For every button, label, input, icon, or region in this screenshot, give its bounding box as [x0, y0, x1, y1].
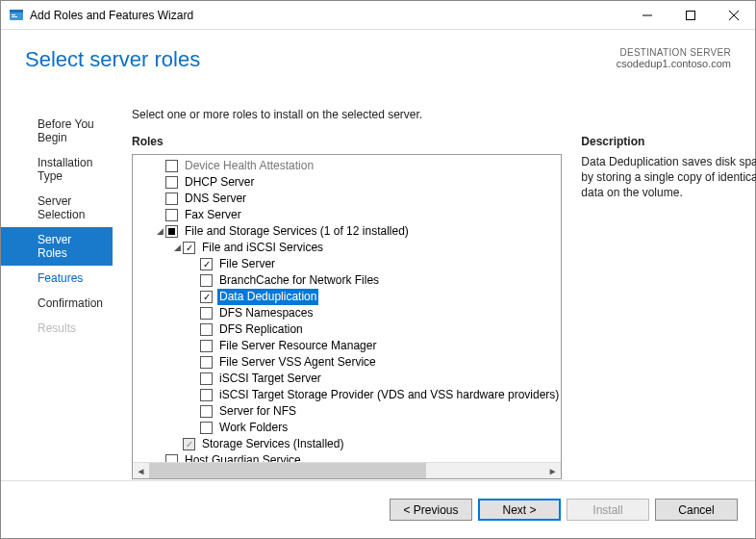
checkbox [183, 438, 195, 450]
maximize-button[interactable] [668, 1, 712, 30]
tree-item-label[interactable]: DNS Server [183, 191, 248, 207]
checkbox[interactable] [200, 372, 213, 385]
app-icon [9, 8, 24, 23]
header: Select server roles DESTINATION SERVER c… [1, 30, 755, 102]
checkbox[interactable] [183, 242, 195, 254]
instruction-text: Select one or more roles to install on t… [132, 108, 756, 121]
tree-item-label[interactable]: Fax Server [183, 207, 243, 223]
destination-value: csodedup1.contoso.com [617, 58, 731, 69]
wizard-step[interactable]: Confirmation [1, 291, 113, 316]
horizontal-scrollbar[interactable]: ◄ ► [133, 462, 561, 478]
scroll-left-icon[interactable]: ◄ [133, 463, 149, 479]
tree-row[interactable]: iSCSI Target Server [133, 371, 561, 387]
description-heading: Description [581, 135, 756, 148]
destination-server: DESTINATION SERVER csodedup1.contoso.com [617, 47, 731, 69]
checkbox[interactable] [165, 160, 178, 172]
collapse-icon[interactable]: ◢ [154, 223, 165, 240]
install-button[interactable]: Install [567, 499, 649, 521]
wizard-step[interactable]: Server Roles [1, 227, 113, 266]
minimize-button[interactable] [625, 1, 668, 30]
checkbox[interactable] [200, 389, 213, 401]
wizard-steps-sidebar: Before You BeginInstallation TypeServer … [1, 102, 113, 479]
tree-row[interactable]: DNS Server [133, 191, 561, 207]
tree-row[interactable]: Data Deduplication [133, 289, 561, 305]
svg-rect-2 [12, 14, 15, 15]
cancel-button[interactable]: Cancel [655, 499, 738, 521]
wizard-step[interactable]: Server Selection [1, 189, 113, 227]
checkbox[interactable] [165, 225, 178, 238]
roles-tree[interactable]: Device Health AttestationDHCP ServerDNS … [133, 155, 561, 462]
tree-item-label[interactable]: iSCSI Target Storage Provider (VDS and V… [217, 387, 561, 403]
footer: < Previous Next > Install Cancel [1, 480, 755, 538]
tree-row[interactable]: Server for NFS [133, 403, 561, 420]
tree-row[interactable]: iSCSI Target Storage Provider (VDS and V… [133, 387, 561, 403]
tree-row[interactable]: DFS Namespaces [133, 305, 561, 321]
checkbox[interactable] [200, 323, 213, 336]
tree-row[interactable]: File Server [133, 256, 561, 272]
tree-row[interactable]: DFS Replication [133, 321, 561, 338]
checkbox[interactable] [165, 176, 178, 189]
tree-row[interactable]: Host Guardian Service [133, 452, 561, 462]
checkbox[interactable] [200, 405, 213, 418]
checkbox[interactable] [200, 307, 213, 320]
svg-rect-3 [12, 16, 17, 17]
wizard-step[interactable]: Installation Type [1, 150, 113, 189]
tree-item-label[interactable]: Host Guardian Service [183, 452, 303, 462]
tree-item-label[interactable]: Server for NFS [217, 403, 298, 420]
tree-item-label[interactable]: DFS Replication [217, 321, 305, 338]
tree-item-label[interactable]: File Server [217, 256, 277, 272]
checkbox[interactable] [200, 258, 213, 270]
tree-item-label[interactable]: File and Storage Services (1 of 12 insta… [183, 223, 411, 240]
checkbox[interactable] [200, 356, 213, 369]
tree-item-label[interactable]: BranchCache for Network Files [217, 272, 381, 289]
tree-row[interactable]: BranchCache for Network Files [133, 272, 561, 289]
tree-row[interactable]: ◢File and Storage Services (1 of 12 inst… [133, 223, 561, 240]
tree-row[interactable]: Storage Services (Installed) [133, 436, 561, 452]
next-button[interactable]: Next > [478, 499, 561, 521]
wizard-step[interactable]: Features [1, 266, 113, 291]
wizard-step[interactable]: Before You Begin [1, 112, 113, 150]
checkbox[interactable] [200, 340, 213, 352]
tree-row[interactable]: Fax Server [133, 207, 561, 223]
tree-item-label[interactable]: DHCP Server [183, 174, 256, 191]
description-text: Data Deduplication saves disk space by s… [581, 154, 756, 201]
roles-tree-box: Device Health AttestationDHCP ServerDNS … [132, 154, 562, 479]
checkbox[interactable] [165, 192, 178, 205]
destination-label: DESTINATION SERVER [617, 47, 731, 58]
tree-row[interactable]: ◢File and iSCSI Services [133, 240, 561, 256]
checkbox[interactable] [165, 454, 178, 462]
tree-row[interactable]: File Server VSS Agent Service [133, 354, 561, 371]
scroll-right-icon[interactable]: ► [544, 463, 561, 479]
checkbox[interactable] [200, 274, 213, 287]
close-button[interactable] [712, 1, 755, 30]
window-title: Add Roles and Features Wizard [30, 9, 193, 22]
collapse-icon[interactable]: ◢ [171, 240, 183, 256]
tree-item-label[interactable]: DFS Namespaces [217, 305, 315, 321]
wizard-step: Results [1, 316, 113, 341]
tree-item-label[interactable]: Storage Services (Installed) [200, 436, 345, 452]
tree-item-label[interactable]: File Server Resource Manager [217, 338, 378, 354]
tree-item-label[interactable]: iSCSI Target Server [217, 371, 323, 387]
svg-rect-5 [686, 11, 694, 19]
tree-item-label[interactable]: Work Folders [217, 420, 290, 436]
tree-item-label[interactable]: File and iSCSI Services [200, 240, 325, 256]
tree-item-label[interactable]: File Server VSS Agent Service [217, 354, 378, 371]
previous-button[interactable]: < Previous [390, 499, 472, 521]
tree-row[interactable]: File Server Resource Manager [133, 338, 561, 354]
titlebar: Add Roles and Features Wizard [1, 1, 755, 30]
roles-heading: Roles [132, 135, 562, 148]
checkbox[interactable] [200, 291, 213, 303]
svg-rect-1 [10, 10, 23, 13]
tree-item-label[interactable]: Device Health Attestation [183, 158, 315, 174]
tree-row[interactable]: Work Folders [133, 420, 561, 436]
wizard-window: Add Roles and Features Wizard Select ser… [0, 0, 756, 539]
tree-row[interactable]: Device Health Attestation [133, 158, 561, 174]
tree-row[interactable]: DHCP Server [133, 174, 561, 191]
checkbox[interactable] [165, 209, 178, 221]
page-title: Select server roles [25, 47, 200, 72]
checkbox[interactable] [200, 422, 213, 434]
tree-item-label[interactable]: Data Deduplication [217, 289, 318, 305]
